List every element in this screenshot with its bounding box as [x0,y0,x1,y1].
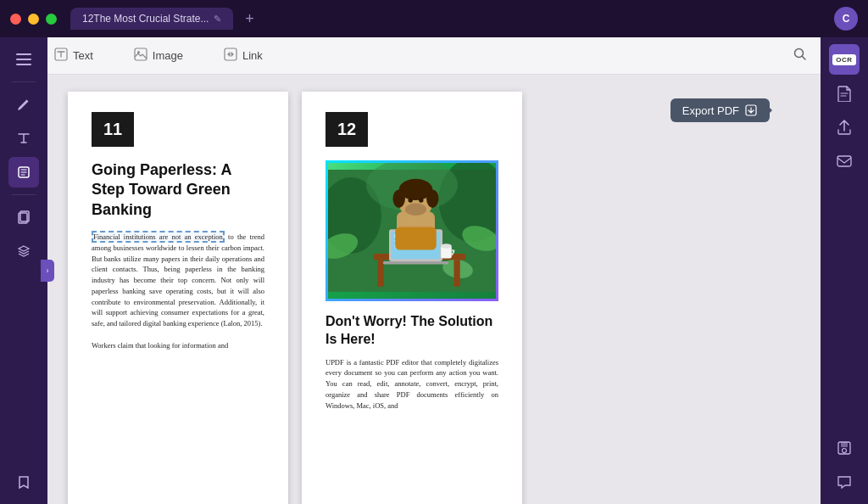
toolbar-text-label: Text [73,49,93,62]
sidebar-divider-1 [12,81,36,82]
page-12-image-container [326,160,498,301]
pages-container: 11 Going Paperless: A Step Toward Green … [68,92,522,487]
save-icon [837,441,851,455]
toolbar-text[interactable]: Text [47,44,100,67]
sidebar-icon-edit[interactable] [8,89,39,120]
new-tab-button[interactable]: + [240,9,259,28]
sidebar-right-icon-comment[interactable] [829,467,860,497]
bookmark-icon [18,475,30,489]
layers-icon [17,244,31,258]
ocr-button[interactable]: OCR [829,44,860,75]
svg-point-42 [843,449,847,453]
svg-point-33 [426,189,438,208]
main-layout: › Text [0,37,868,504]
page-12-body: UPDF is a fantastic PDF editor that comp… [326,357,498,412]
page-11-body-text1: to the trend among businesses worldwide … [92,232,264,328]
toolbar-image[interactable]: Image [127,44,190,67]
sidebar-icon-layers[interactable] [8,236,39,266]
edit-icon [17,98,31,111]
svg-point-36 [419,198,423,202]
svg-rect-0 [16,53,31,55]
avatar: C [834,7,858,31]
maximize-button[interactable] [46,14,57,25]
tab-title: 12The Most Crucial Strate... [82,13,209,25]
sidebar-right-icon-file[interactable] [829,78,860,109]
sidebar-icon-bookmark[interactable] [8,467,39,497]
svg-rect-20 [378,260,384,287]
menu-icon [16,53,31,65]
svg-point-32 [393,189,405,208]
svg-rect-2 [16,64,31,65]
close-button[interactable] [10,14,21,25]
image-toolbar-icon [134,48,147,64]
sidebar-right-icon-share[interactable] [829,112,860,143]
svg-rect-1 [16,59,31,60]
sidebar-collapse-arrow[interactable]: › [41,260,54,282]
edit-icon: ✎ [214,14,221,25]
page-11-body: Financial institutions are not an except… [92,232,264,350]
svg-rect-7 [135,48,147,60]
sidebar-icon-text[interactable] [8,123,39,154]
titlebar: 12The Most Crucial Strate... ✎ + C [0,0,868,37]
mail-icon [837,155,852,167]
page-11-number-badge: 11 [92,112,264,160]
annotate-icon [17,165,31,179]
toolbar-search-button[interactable] [787,44,814,68]
svg-rect-39 [837,156,851,166]
text-icon-svg [54,48,68,61]
search-icon [793,48,807,61]
sidebar-icon-pages[interactable] [8,202,39,232]
right-sidebar: OCR [821,37,868,504]
page-12: 12 [302,92,522,504]
page-12-image [328,163,496,299]
text-icon [17,132,31,145]
svg-rect-29 [395,227,437,250]
toolbar-link-label: Link [242,49,263,62]
file-icon [837,85,852,102]
svg-rect-21 [454,260,460,287]
toolbar-link[interactable]: Link [217,44,270,67]
minimize-button[interactable] [28,14,39,25]
sidebar-icon-menu[interactable] [8,44,39,75]
highlighted-text: Financial institutions are not an except… [92,231,225,243]
svg-rect-41 [841,442,848,447]
svg-point-34 [405,204,426,216]
page-11-title: Going Paperless: A Step Toward Green Ban… [92,160,264,220]
comment-icon [837,476,851,489]
export-pdf-icon [744,104,758,117]
pages-area[interactable]: Export PDF 11 Going Paperless: A Step To… [47,75,821,504]
svg-point-8 [137,51,140,53]
link-icon-svg [224,48,237,61]
page-11: 11 Going Paperless: A Step Toward Green … [68,92,288,504]
active-tab[interactable]: 12The Most Crucial Strate... ✎ [70,8,233,30]
svg-point-35 [409,198,413,202]
sidebar-right-icon-mail[interactable] [829,146,860,176]
share-icon [837,120,851,135]
text-toolbar-icon [54,48,68,64]
page-12-image-svg [328,163,496,299]
pages-icon [17,210,31,224]
export-pdf-label: Export PDF [682,104,739,117]
export-pdf-tooltip[interactable]: Export PDF [670,98,770,122]
page-12-number-badge: 12 [326,112,498,160]
svg-point-38 [441,244,452,248]
toolbar-image-label: Image [153,49,183,62]
window-controls [10,14,57,25]
page-11-body-text2: Workers claim that looking for informati… [92,341,228,350]
image-icon-svg [134,48,147,61]
ocr-badge-label: OCR [832,54,855,65]
toolbar: Text Image [47,37,821,75]
svg-rect-27 [383,261,448,265]
tab-area: 12The Most Crucial Strate... ✎ + [70,8,259,30]
page-12-title: Don't Worry! The Solution Is Here! [326,313,498,349]
left-sidebar: › [0,37,47,504]
sidebar-right-icon-save[interactable] [829,433,860,463]
link-toolbar-icon [224,48,237,64]
content-area: Text Image [47,37,821,504]
sidebar-divider-2 [12,194,36,195]
sidebar-icon-annotate[interactable] [8,157,39,188]
